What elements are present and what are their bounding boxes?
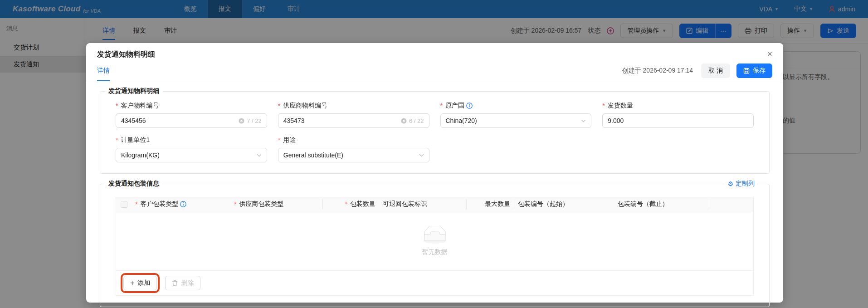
required-asterisk — [278, 137, 281, 144]
plus-icon: + — [130, 279, 134, 287]
unit-of-measure-select[interactable]: Kilogram(KG) — [116, 148, 267, 162]
chevron-down-icon — [581, 119, 586, 122]
item-details-section: 发货通知物料明细 客户物料编号 7 / 22 — [100, 91, 770, 174]
save-icon — [743, 68, 750, 74]
required-asterisk — [234, 200, 237, 208]
section-legend: 发货通知物料明细 — [105, 87, 163, 95]
required-asterisk — [116, 102, 119, 109]
gear-icon: ⚙ — [727, 180, 733, 187]
modal-created-timestamp: 创建于 2026-02-09 17:14 — [622, 67, 693, 75]
cancel-button[interactable]: 取 消 — [701, 64, 730, 78]
chevron-down-icon — [419, 154, 424, 157]
col-supplier-packaging-type: 供应商包装类型 — [230, 199, 323, 209]
required-asterisk — [278, 102, 281, 109]
supplier-item-number-label: 供应商物料编号 — [278, 102, 429, 110]
packaging-info-section: 发货通知包装信息 ⚙ 定制列 客户包装类型 供应商包装类型 — [100, 184, 770, 307]
unit-of-measure-label: 计量单位1 — [116, 136, 267, 144]
empty-box-icon — [420, 226, 449, 244]
close-icon[interactable]: × — [766, 48, 774, 60]
info-circle-icon[interactable] — [466, 103, 473, 109]
trash-icon — [172, 280, 178, 286]
required-asterisk — [135, 200, 138, 208]
origin-country-label: 原产国 — [440, 102, 592, 110]
usage-select[interactable]: General substitute(E) — [278, 148, 429, 162]
delete-button[interactable]: 删除 — [165, 276, 200, 290]
clear-input-icon[interactable] — [239, 118, 244, 124]
select-all-checkbox[interactable] — [121, 201, 127, 208]
shipping-notice-item-modal: × 发货通知物料明细 详情 创建于 2026-02-09 17:14 取 消 保… — [86, 43, 783, 303]
usage-label: 用途 — [278, 136, 429, 144]
required-asterisk — [440, 102, 444, 109]
customer-item-number-input[interactable]: 7 / 22 — [116, 113, 267, 128]
annotation-highlight: + 添加 — [121, 273, 160, 293]
info-circle-icon[interactable] — [180, 201, 186, 207]
col-customer-packaging-type: 客户包装类型 — [132, 200, 230, 208]
packaging-table: 客户包装类型 供应商包装类型 包装数量 可退回包装标识 — [116, 197, 754, 296]
ship-quantity-input[interactable] — [602, 113, 754, 128]
empty-state: 暂无数据 — [116, 211, 753, 270]
save-button[interactable]: 保存 — [736, 64, 772, 78]
required-asterisk — [116, 137, 119, 144]
section-legend: 发货通知包装信息 — [105, 180, 163, 188]
modal-tab-details[interactable]: 详情 — [97, 60, 110, 81]
col-packaging-quantity: 包装数量 — [323, 200, 379, 208]
chevron-down-icon — [257, 154, 262, 157]
customer-item-number-label: 客户物料编号 — [116, 102, 267, 110]
empty-text: 暂无数据 — [422, 248, 448, 256]
origin-country-select[interactable]: China(720) — [440, 113, 592, 128]
required-asterisk — [602, 102, 605, 109]
customize-columns-link[interactable]: ⚙ 定制列 — [725, 180, 757, 188]
add-button[interactable]: + 添加 — [123, 276, 157, 290]
clear-input-icon[interactable] — [401, 118, 407, 124]
char-counter: 6 / 22 — [409, 117, 424, 124]
required-asterisk — [345, 200, 348, 208]
col-package-number-end: 包装编号（截止） — [614, 199, 710, 209]
modal-title: 发货通知物料明细 — [97, 50, 772, 59]
col-returnable-packaging-flag: 可退回包装标识 — [379, 199, 467, 209]
col-max-quantity: 最大数量 — [467, 199, 514, 209]
char-counter: 7 / 22 — [247, 117, 262, 124]
ship-quantity-label: 发货数量 — [602, 102, 754, 110]
supplier-item-number-input[interactable]: 6 / 22 — [278, 113, 429, 128]
col-package-number-start: 包装编号（起始） — [514, 200, 614, 208]
